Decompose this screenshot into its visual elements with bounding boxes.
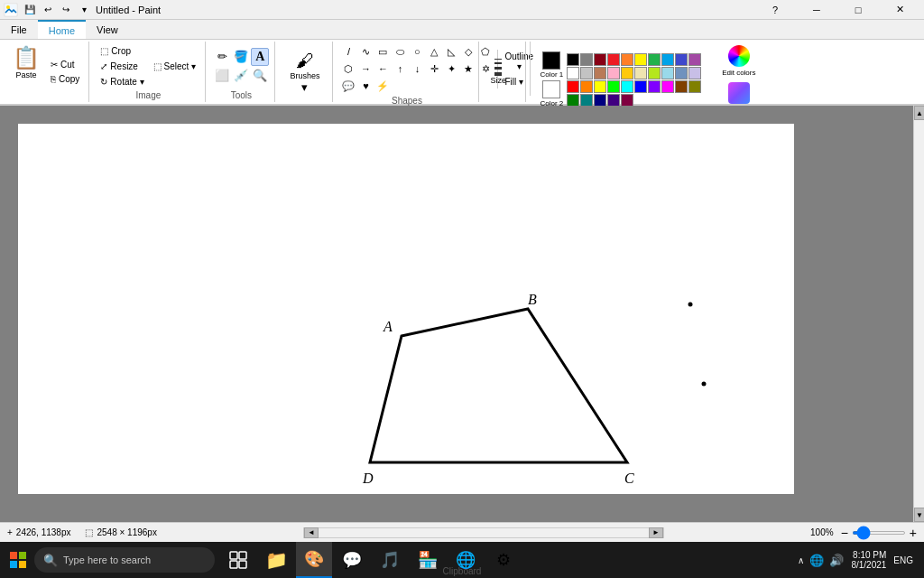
undo-qat-button[interactable]: ↩ xyxy=(40,2,56,18)
color1-swatch[interactable] xyxy=(542,51,560,70)
canvas-size-icon: ⬚ xyxy=(85,527,93,537)
color-swatch-15[interactable] xyxy=(634,67,647,79)
minimize-button[interactable]: ─ xyxy=(796,0,837,20)
maximize-button[interactable]: □ xyxy=(837,0,879,20)
round-rect-shape[interactable]: ⬭ xyxy=(392,43,408,60)
triangle-shape[interactable]: △ xyxy=(426,43,442,60)
scroll-down-button[interactable]: ▼ xyxy=(914,508,924,522)
size-button[interactable]: Size xyxy=(486,57,510,87)
scroll-left-button[interactable]: ◄ xyxy=(304,527,319,538)
canvas-surface[interactable]: A B C D xyxy=(18,124,794,494)
color-swatch-25[interactable] xyxy=(634,80,647,93)
close-button[interactable]: ✕ xyxy=(879,0,920,20)
color-swatch-32[interactable] xyxy=(594,94,606,107)
color-swatch-13[interactable] xyxy=(607,67,620,79)
rect-shape[interactable]: ▭ xyxy=(374,43,391,60)
tab-view[interactable]: View xyxy=(86,20,129,39)
color-swatch-9[interactable] xyxy=(688,53,701,66)
crop-button[interactable]: ⬚ Crop xyxy=(97,44,147,58)
up-arrow-shape[interactable]: ↑ xyxy=(392,61,408,77)
color-swatch-5[interactable] xyxy=(634,53,647,66)
picker-tool[interactable]: 💉 xyxy=(232,67,250,85)
select-button[interactable]: ⬚ Select ▾ xyxy=(150,60,200,73)
right-triangle-shape[interactable]: ◺ xyxy=(443,43,459,60)
color-swatch-22[interactable] xyxy=(594,80,606,93)
copy-button[interactable]: ⎘ Copy xyxy=(47,72,83,86)
diamond-shape[interactable]: ◇ xyxy=(460,43,476,60)
color-swatch-23[interactable] xyxy=(607,80,620,93)
color-swatch-11[interactable] xyxy=(580,67,593,79)
left-arrow-shape[interactable]: ← xyxy=(374,61,391,77)
curve-shape[interactable]: ∿ xyxy=(357,43,374,60)
canvas-size-text: 2548 × 1196px xyxy=(97,527,156,537)
lightning-shape[interactable]: ⚡ xyxy=(374,78,391,94)
resize-icon: ⤢ xyxy=(100,61,107,71)
fill-tool[interactable]: 🪣 xyxy=(232,48,250,66)
color-swatch-2[interactable] xyxy=(594,53,606,66)
pencil-tool[interactable]: ✏ xyxy=(213,48,231,66)
color-swatch-17[interactable] xyxy=(661,67,674,79)
color-swatch-10[interactable] xyxy=(567,67,579,79)
color-swatch-29[interactable] xyxy=(688,80,701,93)
rotate-button[interactable]: ↻ Rotate ▾ xyxy=(97,75,147,89)
color-swatch-6[interactable] xyxy=(648,53,661,66)
color2-swatch[interactable] xyxy=(542,80,560,98)
color-swatch-14[interactable] xyxy=(621,67,633,79)
copy-label: Copy xyxy=(59,74,79,84)
zoom-in-button[interactable]: + xyxy=(910,526,917,540)
tab-home[interactable]: Home xyxy=(38,20,86,39)
right-arrow-shape[interactable]: → xyxy=(357,61,374,77)
color-swatch-18[interactable] xyxy=(675,67,688,79)
line-shape[interactable]: / xyxy=(340,43,356,60)
scroll-up-button[interactable]: ▲ xyxy=(914,106,924,120)
color-swatch-27[interactable] xyxy=(661,80,674,93)
tab-file[interactable]: File xyxy=(0,20,38,39)
color-swatch-19[interactable] xyxy=(688,67,701,79)
color-swatch-24[interactable] xyxy=(621,80,633,93)
edit-colors-button[interactable]: Edit colors xyxy=(707,43,771,79)
color-swatch-20[interactable] xyxy=(567,80,579,93)
color-swatch-21[interactable] xyxy=(580,80,593,93)
eraser-tool[interactable]: ⬜ xyxy=(213,67,231,85)
color-swatch-1[interactable] xyxy=(580,53,593,66)
star5-shape[interactable]: ★ xyxy=(460,61,476,77)
down-arrow-shape[interactable]: ↓ xyxy=(409,61,425,77)
color-swatch-33[interactable] xyxy=(607,94,620,107)
color-swatch-34[interactable] xyxy=(621,94,633,107)
ellipse-shape[interactable]: ○ xyxy=(409,43,425,60)
color-swatch-8[interactable] xyxy=(675,53,688,66)
color-swatch-31[interactable] xyxy=(580,94,593,107)
color-swatch-28[interactable] xyxy=(675,80,688,93)
color-swatch-0[interactable] xyxy=(567,53,579,66)
color-swatch-7[interactable] xyxy=(661,53,674,66)
help-button[interactable]: ? xyxy=(754,0,796,20)
color-swatch-16[interactable] xyxy=(648,67,661,79)
qat-dropdown-button[interactable]: ▾ xyxy=(76,2,92,18)
magnifier-tool[interactable]: 🔍 xyxy=(251,67,269,85)
color-swatch-3[interactable] xyxy=(607,53,620,66)
color-swatch-26[interactable] xyxy=(648,80,661,93)
canvas-inner[interactable]: A B C D xyxy=(0,106,913,522)
brushes-button[interactable]: 🖌 Brushes ▾ xyxy=(282,49,327,96)
heart-shape[interactable]: ♥ xyxy=(357,78,374,94)
4way-arrow-shape[interactable]: ✛ xyxy=(426,61,442,77)
color1-label: Color 1 xyxy=(540,70,563,79)
redo-qat-button[interactable]: ↪ xyxy=(58,2,74,18)
window-controls: ? ─ □ ✕ xyxy=(754,0,920,20)
callout-rect-shape[interactable]: 💬 xyxy=(340,78,356,94)
hexagon-shape[interactable]: ⬡ xyxy=(340,61,356,77)
scroll-right-button[interactable]: ► xyxy=(649,527,663,538)
resize-button[interactable]: ⤢ Resize xyxy=(97,60,147,73)
zoom-out-button[interactable]: − xyxy=(841,526,848,540)
paste-button[interactable]: 📋 Paste xyxy=(9,43,43,81)
color-swatch-4[interactable] xyxy=(621,53,633,66)
save-qat-button[interactable]: 💾 xyxy=(22,2,38,18)
color-swatch-30[interactable] xyxy=(567,94,579,107)
text-tool[interactable]: A xyxy=(251,48,269,66)
vertical-scrollbar[interactable]: ▲ ▼ xyxy=(913,106,924,522)
zoom-slider[interactable] xyxy=(852,531,906,535)
tray-up-arrow[interactable]: ∧ xyxy=(798,555,804,565)
star4-shape[interactable]: ✦ xyxy=(443,61,459,77)
color-swatch-12[interactable] xyxy=(594,67,606,79)
cut-button[interactable]: ✂ Cut xyxy=(47,58,83,71)
